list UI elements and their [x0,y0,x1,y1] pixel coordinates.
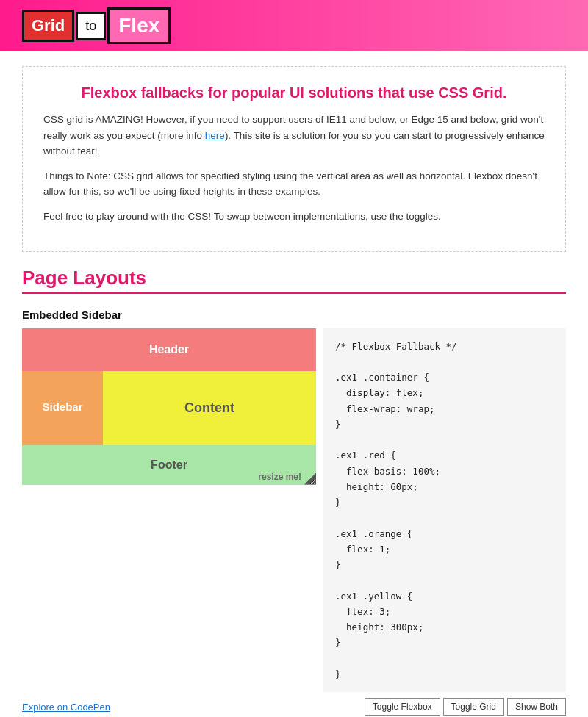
demo-middle-1: Sidebar Content [22,371,316,445]
demo-area-1: Header Sidebar Content Footer resize me! [22,328,316,485]
code-area-1: /* Flexbox Fallback */ .ex1 .container {… [323,328,566,693]
resize-handle-1[interactable] [304,473,316,485]
logo-flex: Flex [107,7,171,44]
intro-box: Flexbox fallbacks for popular UI solutio… [22,66,566,252]
section-heading-page-layouts: Page Layouts [22,267,566,294]
toggle-flexbox-btn-1[interactable]: Toggle Flexbox [365,698,440,716]
site-header: Grid to Flex [0,0,588,51]
here-link[interactable]: here [205,130,225,141]
logo-grid: Grid [22,10,74,42]
demo-header-1: Header [22,328,316,371]
demo-sidebar-1: Sidebar [22,371,103,445]
show-both-btn-1[interactable]: Show Both [507,698,566,716]
intro-para-2: Things to Note: CSS grid allows for spec… [43,168,545,200]
intro-para-1: CSS grid is AMAZING! However, if you nee… [43,112,545,159]
demo-content-1: Content [103,371,316,445]
intro-para-3: Feel free to play around with the CSS! T… [43,209,545,225]
explore-codepen-link-1[interactable]: Explore on CodePen [22,702,110,713]
example1-row: Header Sidebar Content Footer resize me!… [22,328,566,693]
demo-footer-1[interactable]: Footer resize me! [22,445,316,485]
intro-title: Flexbox fallbacks for popular UI solutio… [43,84,545,101]
btn-group-1: Toggle Flexbox Toggle Grid Show Both [365,698,566,716]
example-embedded-sidebar: Embedded Sidebar Header Sidebar Content … [22,309,566,716]
logo-to: to [76,12,106,40]
example1-actions: Explore on CodePen Toggle Flexbox Toggle… [22,698,566,716]
toggle-grid-btn-1[interactable]: Toggle Grid [443,698,504,716]
resize-label-1: resize me! [258,472,301,482]
example1-title: Embedded Sidebar [22,309,566,321]
